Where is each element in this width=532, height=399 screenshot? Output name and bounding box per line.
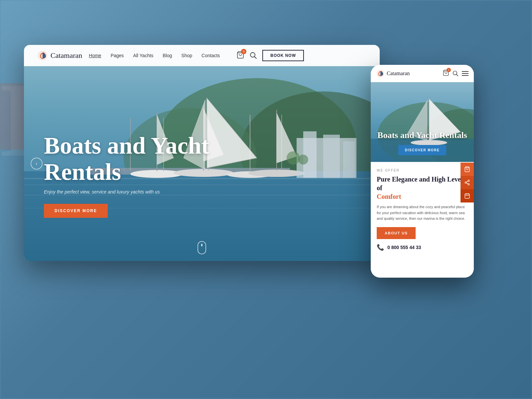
we-offer-label: WE OFFER — [377, 169, 468, 172]
nav-link-all-yachts[interactable]: All Yachts — [133, 53, 153, 58]
svg-rect-55 — [465, 194, 469, 199]
svg-point-31 — [287, 151, 300, 165]
mobile-menu-icon[interactable] — [462, 71, 468, 76]
nav-link-blog[interactable]: Blog — [163, 53, 172, 58]
book-now-button[interactable]: BOOK NOW — [262, 50, 304, 61]
mobile-hero: Boats and Yacht Rentals DISCOVER MORE — [371, 82, 474, 162]
logo-icon — [37, 50, 48, 61]
desktop-nav-links: Home Pages All Yachts Blog Shop Contacts — [89, 53, 230, 59]
svg-line-35 — [255, 57, 257, 59]
floating-action-icons — [461, 163, 474, 202]
mobile-hero-content: Boats and Yacht Rentals DISCOVER MORE — [371, 130, 474, 155]
phone-icon: 📞 — [377, 244, 384, 251]
desktop-navbar: Catamaran Home Pages All Yachts Blog Sho… — [24, 45, 380, 66]
mobile-logo[interactable]: Catamaran — [376, 69, 440, 78]
desktop-nav-actions: 0 BOOK NOW — [236, 50, 304, 61]
desktop-mockup: Catamaran Home Pages All Yachts Blog Sho… — [24, 45, 380, 261]
svg-point-32 — [298, 155, 308, 165]
phone-number: 0 800 555 44 33 — [387, 245, 421, 250]
cart-button[interactable]: 0 — [236, 51, 244, 60]
discover-more-button[interactable]: DISCOVER MORE — [44, 204, 108, 218]
mobile-hero-title: Boats and Yacht Rentals — [371, 130, 474, 140]
phone-row: 📞 0 800 555 44 33 — [377, 244, 468, 251]
desktop-logo[interactable]: Catamaran — [37, 50, 82, 61]
search-icon[interactable] — [250, 52, 257, 59]
svg-line-54 — [466, 181, 468, 182]
svg-point-51 — [465, 182, 466, 184]
float-cart-icon[interactable] — [461, 163, 474, 176]
svg-rect-28 — [303, 131, 317, 178]
mobile-navbar: Catamaran 0 — [371, 65, 474, 82]
nav-link-pages[interactable]: Pages — [111, 53, 124, 58]
about-us-button[interactable]: ABOUT US — [377, 227, 416, 239]
scroll-dot — [201, 244, 202, 246]
mobile-cart-button[interactable]: 0 — [443, 69, 449, 77]
mobile-discover-button[interactable]: DISCOVER MORE — [398, 145, 447, 155]
mobile-mockup: Catamaran 0 — [371, 65, 474, 278]
svg-rect-30 — [343, 141, 355, 178]
nav-link-contacts[interactable]: Contacts — [201, 53, 220, 58]
svg-line-53 — [466, 183, 468, 184]
svg-rect-29 — [323, 135, 340, 178]
mobile-offer-section: WE OFFER Pure Elegance and High Level of… — [371, 162, 474, 278]
float-share-icon[interactable] — [461, 176, 474, 189]
float-calendar-icon[interactable] — [461, 189, 474, 202]
nav-link-home[interactable]: Home — [89, 53, 101, 58]
hero-title: Boats and Yacht Rentals — [44, 133, 237, 185]
offer-description: If you are dreaming about the cozy and p… — [377, 204, 468, 222]
mobile-logo-text: Catamaran — [387, 70, 410, 76]
hero-content: Boats and Yacht Rentals Enjoy the perfec… — [44, 133, 237, 218]
nav-link-shop[interactable]: Shop — [181, 53, 192, 58]
svg-point-13 — [248, 170, 305, 177]
scroll-indicator — [198, 241, 206, 254]
mobile-logo-icon — [376, 69, 385, 78]
mobile-nav-icons: 0 — [443, 69, 468, 77]
desktop-logo-text: Catamaran — [51, 51, 82, 60]
cart-badge: 0 — [241, 49, 246, 54]
offer-title: Pure Elegance and High Level of Comfort — [377, 175, 468, 201]
offer-title-accent: Comfort — [377, 193, 401, 200]
svg-line-38 — [457, 74, 458, 76]
mobile-cart-badge: 0 — [447, 68, 451, 72]
svg-point-50 — [468, 180, 469, 182]
side-preview-bar — [0, 83, 24, 150]
svg-point-52 — [468, 184, 469, 185]
prev-slide-button[interactable]: ‹ — [31, 158, 43, 170]
hero-subtitle: Enjoy the perfect view, service and luxu… — [44, 189, 237, 195]
mobile-search-icon[interactable] — [453, 70, 459, 76]
